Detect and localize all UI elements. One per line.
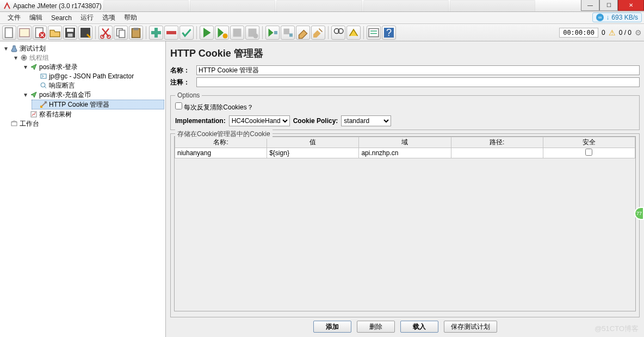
cell-value[interactable]: ${sign} [267,148,359,158]
cookie-policy-select[interactable]: standard [341,115,391,126]
toolbar-paste-icon[interactable] [129,26,143,40]
load-button[interactable]: 载入 [400,321,438,333]
toolbar-new-icon[interactable] [2,26,16,40]
toolbar-cut-icon[interactable] [98,26,113,40]
toolbar-saveas-icon[interactable] [78,26,92,40]
toolbar-separator [363,26,364,39]
table-row[interactable]: niuhanyang ${sign} api.nnzhp.cn [175,148,635,158]
svg-point-32 [41,83,45,87]
window-controls: — ☐ ✕ [581,0,644,11]
cell-name[interactable]: niuhanyang [175,148,267,158]
col-path[interactable]: 路径: [451,137,543,148]
toolbar-status: 00:00:00 0 ⚠ 0 / 0 ⚙ [559,28,642,38]
toolbar-templates-icon[interactable] [17,26,32,40]
tree-thread-group[interactable]: ▾ 线程组 [12,53,164,62]
toolbar-run-icon[interactable] [200,26,214,40]
menu-edit[interactable]: 编辑 [25,12,47,23]
tree-cookie-manager[interactable]: HTTP Cookie 管理器 [32,100,164,109]
name-input[interactable] [196,65,640,75]
save-button[interactable]: 保存测试计划 [444,321,497,333]
toolbar-remote-stop-icon[interactable] [281,26,295,40]
secure-checkbox[interactable] [585,149,592,156]
test-plan-tree[interactable]: ▾ 测试计划 ▾ 线程组 [1,44,164,128]
toolbar-shutdown-icon[interactable] [245,26,259,40]
sampler-icon [30,91,38,99]
svg-rect-21 [274,31,277,34]
close-button[interactable]: ✕ [618,0,644,11]
clear-cookies-checkbox[interactable] [175,102,182,109]
svg-rect-22 [284,28,290,34]
implementation-select[interactable]: HC4CookieHandler [229,115,290,126]
cell-path[interactable] [451,148,543,158]
menu-search[interactable]: Search [47,13,76,23]
toolbar-expand-icon[interactable] [149,26,163,40]
toolbar-copy-icon[interactable] [114,26,128,40]
svg-rect-33 [40,106,42,108]
svg-rect-11 [119,30,125,38]
tree-test-plan[interactable]: ▾ 测试计划 [2,44,164,53]
tree-request-login[interactable]: ▾ pos请求-登录 [22,63,164,71]
toolbar-clear-all-icon[interactable] [311,26,325,40]
collapse-icon[interactable]: ▾ [3,44,9,53]
cell-secure[interactable] [543,148,635,158]
side-badge[interactable]: 77 [634,207,644,220]
gear-icon[interactable]: ⚙ [635,28,642,37]
clear-cookies-label: 每次反复清除Cookies？ [184,103,253,111]
svg-rect-23 [289,33,293,36]
toolbar-help-icon[interactable]: ? [382,26,396,40]
svg-rect-16 [166,31,176,34]
assertion-icon [40,82,47,89]
tree-label: HTTP Cookie 管理器 [49,100,109,109]
toolbar-toggle-icon[interactable] [179,26,194,40]
toolbar-open-icon[interactable] [48,26,62,40]
add-button[interactable]: 添加 [313,321,351,333]
cell-domain[interactable]: api.nnzhp.cn [359,148,451,158]
postprocessor-icon [40,72,47,80]
tree-workbench[interactable]: 工作台 [2,119,164,128]
toolbar-clear-icon[interactable] [296,26,310,40]
menu-run[interactable]: 运行 [76,12,98,23]
menu-help[interactable]: 帮助 [120,12,141,23]
toolbar-search-icon[interactable] [331,26,345,40]
collapse-icon[interactable]: ▾ [13,53,18,62]
speed-badge: ∞ ↓ 693 KB/s [592,13,642,22]
maximize-button[interactable]: ☐ [599,0,618,11]
delete-button[interactable]: 删除 [357,321,395,333]
thread-group-icon [20,54,28,62]
minimize-button[interactable]: — [581,0,599,11]
tree-assertion[interactable]: 响应断言 [32,81,164,90]
svg-rect-1 [20,28,29,36]
svg-point-17 [223,33,228,38]
toolbar-reset-search-icon[interactable] [346,26,361,40]
svg-rect-36 [11,122,17,126]
comment-input[interactable] [196,77,640,87]
toolbar-fn-helper-icon[interactable] [367,26,381,40]
toolbar-close-icon[interactable] [33,26,47,40]
clear-cookies-row: 每次反复清除Cookies？ [175,102,635,112]
svg-text:?: ? [386,27,392,38]
options-fieldset: Options 每次反复清除Cookies？ Implementation: H… [170,91,640,130]
tree-json-extractor[interactable]: jp@gc - JSON Path Extractor [32,72,164,81]
toolbar-save-icon[interactable] [63,26,77,40]
collapse-icon[interactable]: ▾ [23,90,28,99]
col-value[interactable]: 值 [267,137,359,148]
toolbar-run-no-pause-icon[interactable] [215,26,229,40]
tree-view-results[interactable]: 察看结果树 [22,110,164,119]
menu-options[interactable]: 选项 [98,12,120,23]
cloud-icon: ∞ [596,14,604,21]
content-pane: HTTP Cookie 管理器 名称： 注释： Options 每次反复清除Co… [166,41,644,337]
toolbar-remote-start-icon[interactable] [265,26,280,40]
collapse-icon[interactable]: ▾ [23,63,28,71]
tree-label: pos请求-充值金币 [39,90,91,99]
toolbar-stop-icon[interactable] [230,26,244,40]
comment-row: 注释： [166,76,644,88]
col-domain[interactable]: 域 [359,137,451,148]
cookies-table[interactable]: 名称: 值 域 路径: 安全 niuhanyang ${sign} api.nn… [174,136,636,311]
col-secure[interactable]: 安全 [543,137,635,148]
svg-rect-6 [68,33,73,36]
tree-request-recharge[interactable]: ▾ pos请求-充值金币 [22,90,164,99]
warning-icon[interactable]: ⚠ [609,28,616,37]
window-title: Apache JMeter (3.0 r1743807) [13,2,102,10]
menu-file[interactable]: 文件 [3,12,25,23]
toolbar-collapse-icon[interactable] [164,26,178,40]
